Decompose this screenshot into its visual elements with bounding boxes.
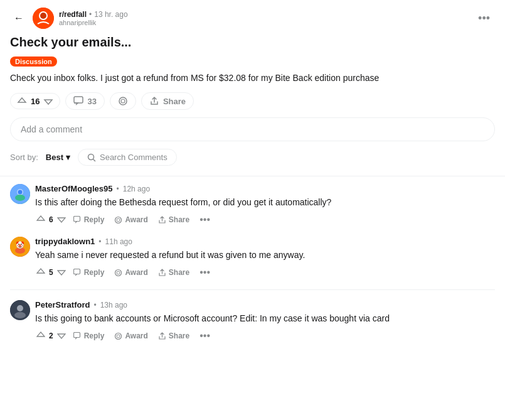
sort-value: Best (46, 153, 63, 162)
comment-2-content: trippydaklown1 • 11h ago Yeah same i nev… (35, 237, 495, 279)
post-actions: 16 33 Share (10, 92, 495, 110)
comment-1: MasterOfMoogles95 • 12h ago Is this afte… (0, 184, 505, 227)
comment-2-more-button[interactable]: ••• (196, 266, 214, 279)
subreddit-name[interactable]: r/redfall (59, 10, 87, 19)
svg-point-23 (14, 312, 26, 318)
sort-search-row: Sort by: Best ▾ Search Comments (10, 149, 495, 166)
comment-3-more-button[interactable]: ••• (196, 329, 214, 343)
comment-2: 🤡 trippydaklown1 • 11h ago Yeah same i n… (0, 237, 505, 279)
post-time: • (89, 10, 92, 19)
comment-2-award-button[interactable]: Award (110, 266, 151, 279)
divider (0, 176, 505, 176)
comment-1-share-label: Share (169, 215, 189, 224)
comment-2-body: Yeah same i never requested a refund but… (35, 249, 495, 262)
post-meta-top: r/redfall • 13 hr. ago (59, 10, 128, 19)
comment-2-reply-button[interactable]: Reply (70, 266, 109, 279)
comment-divider (10, 289, 495, 290)
vote-count: 16 (31, 97, 40, 106)
svg-rect-18 (73, 269, 80, 274)
svg-rect-11 (73, 216, 80, 221)
comment-2-award-label: Award (125, 268, 147, 277)
svg-point-25 (115, 333, 122, 339)
post-header-left: ← r/redfall • 13 hr. ago ahnariprellik (10, 8, 128, 29)
comment-2-vote-group: 5 (35, 266, 67, 279)
sort-label: Sort by: (10, 153, 38, 162)
avatar-3 (10, 300, 30, 320)
comment-1-downvote[interactable] (56, 213, 67, 227)
sort-chevron-icon: ▾ (66, 153, 70, 162)
comment-button[interactable]: 33 (65, 92, 104, 110)
search-comments-label: Search Comments (100, 153, 167, 162)
post-time-value: 13 hr. ago (94, 10, 127, 19)
comment-1-actions: 6 Reply Award Share ••• (35, 213, 495, 227)
search-comments-button[interactable]: Search Comments (78, 149, 177, 166)
comment-1-more-button[interactable]: ••• (196, 213, 214, 227)
comment-3-reply-button[interactable]: Reply (70, 329, 109, 343)
comment-1-upvote[interactable] (35, 213, 46, 227)
comment-3-time: • (93, 301, 96, 310)
sort-dropdown[interactable]: Best ▾ (46, 153, 70, 162)
comment-3-body: Is this going to bank accounts or Micros… (35, 312, 495, 325)
svg-point-20 (117, 271, 120, 274)
award-button[interactable] (110, 92, 136, 110)
post-author[interactable]: ahnariprellik (59, 19, 128, 26)
svg-text:🤡: 🤡 (16, 240, 24, 249)
vote-group: 16 (10, 93, 60, 109)
downvote-button[interactable] (43, 96, 53, 106)
upvote-button[interactable] (17, 96, 27, 106)
post-flair[interactable]: Discussion (10, 57, 57, 67)
comment-2-author[interactable]: trippydaklown1 (35, 237, 95, 246)
comment-1-header: MasterOfMoogles95 • 12h ago (35, 184, 495, 193)
comment-1-reply-button[interactable]: Reply (70, 213, 109, 227)
comment-3-actions: 2 Reply Award Share ••• (35, 329, 495, 343)
svg-point-4 (119, 97, 127, 105)
svg-point-2 (40, 13, 46, 19)
comment-2-share-button[interactable]: Share (154, 266, 193, 279)
svg-point-9 (15, 195, 25, 201)
post-title: Check your emails... (10, 34, 495, 50)
comment-3-share-button[interactable]: Share (154, 329, 193, 343)
comment-1-time: • (117, 185, 119, 193)
comment-3-award-button[interactable]: Award (110, 329, 151, 343)
svg-point-19 (115, 269, 122, 276)
comment-1-content: MasterOfMoogles95 • 12h ago Is this afte… (35, 184, 495, 227)
post-container: ← r/redfall • 13 hr. ago ahnariprellik •… (0, 0, 505, 166)
comment-2-vote-count: 5 (49, 268, 53, 277)
comment-2-time: • (98, 237, 101, 246)
avatar-1 (10, 184, 30, 204)
comment-2-upvote[interactable] (35, 266, 46, 279)
comments-section: MasterOfMoogles95 • 12h ago Is this afte… (0, 184, 505, 343)
comment-1-vote-group: 6 (35, 213, 67, 227)
comment-3-author[interactable]: PeterStratford (35, 300, 90, 310)
svg-point-5 (121, 99, 125, 103)
comment-3-reply-label: Reply (84, 331, 105, 340)
comment-2-reply-label: Reply (84, 268, 105, 277)
post-body: Check you inbox folks. I just got a refu… (10, 72, 495, 85)
comment-1-award-label: Award (125, 215, 147, 224)
comment-1-author[interactable]: MasterOfMoogles95 (35, 184, 113, 193)
comment-2-time-value: 11h ago (105, 237, 132, 246)
comment-1-share-button[interactable]: Share (154, 213, 193, 227)
comment-3-share-label: Share (169, 331, 189, 340)
svg-point-22 (17, 305, 23, 311)
comment-1-time-value: 12h ago (123, 185, 150, 193)
post-header: ← r/redfall • 13 hr. ago ahnariprellik •… (10, 8, 495, 29)
comment-1-body: Is this after doing the Bethesda request… (35, 196, 495, 209)
comment-2-actions: 5 Reply Award Share ••• (35, 266, 495, 279)
comment-3-upvote[interactable] (35, 330, 46, 343)
avatar-2: 🤡 (10, 237, 30, 257)
share-label: Share (163, 97, 186, 106)
back-button[interactable]: ← (10, 9, 28, 27)
share-button[interactable]: Share (141, 92, 194, 110)
comment-count: 33 (87, 97, 96, 106)
comment-3-downvote[interactable] (56, 330, 67, 343)
svg-rect-3 (74, 97, 83, 103)
subreddit-avatar (33, 8, 54, 29)
more-options-button[interactable]: ••• (473, 9, 495, 28)
comment-2-header: trippydaklown1 • 11h ago (35, 237, 495, 246)
comment-3: PeterStratford • 13h ago Is this going t… (0, 300, 505, 343)
comment-2-downvote[interactable] (56, 266, 67, 279)
comment-3-vote-count: 2 (49, 331, 53, 340)
add-comment-input[interactable]: Add a comment (10, 117, 495, 141)
comment-1-award-button[interactable]: Award (110, 213, 151, 227)
